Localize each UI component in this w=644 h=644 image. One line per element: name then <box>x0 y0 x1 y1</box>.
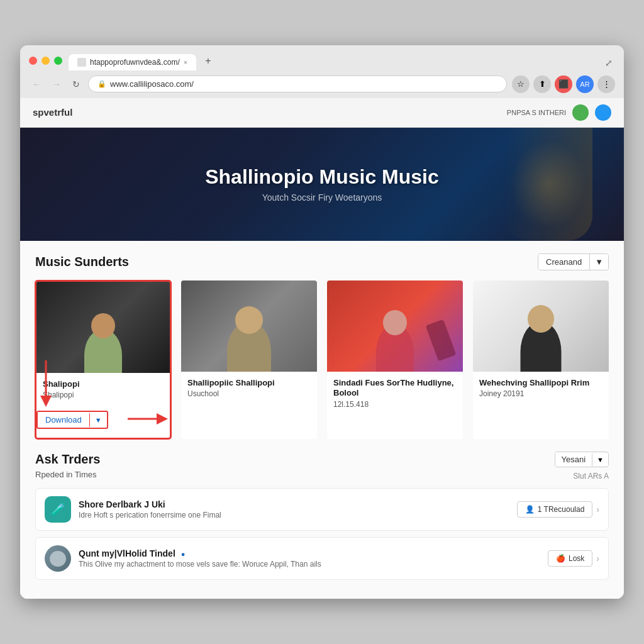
card-info-4: Wehechving Shallipopi Rrim Joiney 20191 <box>473 372 609 405</box>
music-section-title: Music Sunderts <box>35 255 129 269</box>
ask-section-header: Ask Trders Yesani ▼ <box>35 452 609 467</box>
tab-title: htappoprofuwnvdea&.com/ <box>90 58 180 67</box>
download-btn-label: Download <box>38 412 89 428</box>
site-header-bar: spvetrful PNPSA S INTHERI <box>20 98 624 128</box>
action-icon-1: 👤 <box>525 505 535 514</box>
ask-section-title: Ask Trders <box>35 452 100 467</box>
title-text-2: Qunt my|VlHolid Tindel <box>79 548 175 558</box>
download-button[interactable]: Download ▼ <box>36 411 108 429</box>
music-section-header: Music Sunderts Creanand ▼ <box>35 253 609 270</box>
card-info-2: Shallipopiic Shallipopi Usuchool <box>181 372 317 405</box>
action-icon-2: 🍎 <box>556 554 565 563</box>
minimize-traffic-light[interactable] <box>42 57 50 65</box>
list-item-action-2: 🍎 Losk › <box>548 550 599 567</box>
list-item-desc-1: Idre Hoft s perication fonerrsime one Fi… <box>79 511 509 519</box>
address-bar: ← → ↻ 🔒 www.calliliposaco.com/ ☆ ⬆ ⬛ AR … <box>20 70 624 98</box>
hero-subtitle: Youtch Socsir Firy Woetaryons <box>262 192 382 203</box>
ask-sort-dropdown[interactable]: Yesani ▼ <box>555 452 609 467</box>
list-item-icon-2 <box>45 545 71 572</box>
back-btn[interactable]: ← <box>29 78 44 91</box>
new-tab-btn[interactable]: + <box>199 52 217 70</box>
chevron-right-1: › <box>596 504 599 514</box>
card-sub-3: 12l.15.418 <box>333 400 457 409</box>
ask-subtitle-row: Rpeded in Times Slut ARs A <box>35 470 609 482</box>
site-header-right: PNPSA S INTHERI <box>507 104 611 121</box>
expand-btn[interactable]: ⤢ <box>602 55 615 70</box>
action-btn-1[interactable]: 👤 1 TRecuoulad <box>517 501 593 518</box>
refresh-btn[interactable]: ↻ <box>69 78 83 91</box>
ask-section: Ask Trders Yesani ▼ Rpeded in Times Slut… <box>35 452 609 580</box>
hero-banner: Shallinopio Music Music Youtch Socsir Fi… <box>20 128 624 241</box>
ask-sort-label: Yesani <box>555 452 592 467</box>
active-tab[interactable]: htappoprofuwnvdea&.com/ × <box>69 54 196 70</box>
music-sort-dropdown[interactable]: Creanand ▼ <box>538 253 609 270</box>
red-arrow-right <box>125 409 169 428</box>
music-card-4[interactable]: Wehechving Shallipopi Rrim Joiney 20191 <box>473 280 609 440</box>
hero-guitar-decoration <box>504 128 592 241</box>
list-item-title-2: Qunt my|VlHolid Tindel ● <box>79 548 540 558</box>
list-item-content-1: Shore Derlbark J Uki Idre Hoft s pericat… <box>79 499 509 519</box>
list-item-2[interactable]: Qunt my|VlHolid Tindel ● This Olive my a… <box>35 537 609 580</box>
card-name-2: Shallipopiic Shallipopi <box>187 378 311 389</box>
card-img-4 <box>473 280 609 372</box>
title-badge-2: ● <box>181 550 186 558</box>
list-item-action-1: 👤 1 TRecuoulad › <box>517 501 599 518</box>
hero-title: Shallinopio Music Music <box>205 165 439 189</box>
url-bar[interactable]: 🔒 www.calliliposaco.com/ <box>88 75 507 92</box>
card-img-2 <box>181 280 317 372</box>
list-item-desc-2: This Olive my achactment to mose vels sa… <box>79 560 540 569</box>
red-arrow-down <box>35 357 65 408</box>
tab-favicon <box>77 58 86 67</box>
main-content: Music Sunderts Creanand ▼ <box>20 241 624 599</box>
title-bar: htappoprofuwnvdea&.com/ × + ⤢ <box>20 45 624 70</box>
music-card-2[interactable]: Shallipopiic Shallipopi Usuchool <box>181 280 317 440</box>
bookmark-icon[interactable]: ☆ <box>512 75 530 93</box>
list-item-icon-1: 🧪 <box>45 496 71 523</box>
list-icon-emoji-1: 🧪 <box>51 502 65 516</box>
card-info-3: Sindadi Fues SorThe Hudliyne, Bolool 12l… <box>327 372 463 416</box>
lock-icon: 🔒 <box>97 80 106 88</box>
profile-icon[interactable]: AR <box>576 75 594 93</box>
list-item-content-2: Qunt my|VlHolid Tindel ● This Olive my a… <box>79 548 540 569</box>
ask-sort-arrow[interactable]: ▼ <box>592 453 608 466</box>
card-name-3: Sindadi Fues SorThe Hudliyne, Bolool <box>333 378 457 399</box>
maximize-traffic-light[interactable] <box>54 57 62 65</box>
action-label-2: Losk <box>569 554 584 563</box>
ask-subtitle: Rpeded in Times <box>35 470 97 479</box>
action-label-1: 1 TRecuoulad <box>538 505 585 514</box>
music-card-1[interactable]: Shalipopi Shalipopi <box>35 280 171 440</box>
toolbar-icons: ☆ ⬆ ⬛ AR ⋮ <box>512 75 615 93</box>
site-header-text: PNPSA S INTHERI <box>507 109 566 116</box>
sort-label: Creanand <box>538 254 589 270</box>
site-logo: spvetrful <box>33 107 72 118</box>
card-name-4: Wehechving Shallipopi Rrim <box>479 378 602 389</box>
card-img-3 <box>327 280 463 372</box>
cards-grid: Shalipopi Shalipopi <box>35 280 609 440</box>
action-btn-2[interactable]: 🍎 Losk <box>548 550 592 567</box>
card-sub-4: Joiney 20191 <box>479 389 602 398</box>
ask-right-label: Slut ARs A <box>573 472 609 480</box>
extensions-icon[interactable]: ⬛ <box>555 75 572 93</box>
chevron-right-2: › <box>596 553 599 564</box>
music-card-3[interactable]: Sindadi Fues SorThe Hudliyne, Bolool 12l… <box>327 280 463 440</box>
page-content: spvetrful PNPSA S INTHERI Shallinopio Mu… <box>20 98 624 599</box>
list-item-title-1: Shore Derlbark J Uki <box>79 499 509 509</box>
download-area: Download ▼ <box>36 411 170 429</box>
url-text: www.calliliposaco.com/ <box>110 79 194 89</box>
share-icon[interactable]: ⬆ <box>533 75 551 93</box>
download-btn-arrow[interactable]: ▼ <box>89 413 107 427</box>
site-avatar-2[interactable] <box>595 104 611 121</box>
menu-icon[interactable]: ⋮ <box>597 75 615 93</box>
browser-window: htappoprofuwnvdea&.com/ × + ⤢ ← → ↻ 🔒 ww… <box>20 45 624 599</box>
tab-close-btn[interactable]: × <box>184 58 187 66</box>
card-sub-2: Usuchool <box>187 389 311 398</box>
close-traffic-light[interactable] <box>29 57 37 65</box>
sort-arrow[interactable]: ▼ <box>589 254 608 270</box>
site-avatar-1[interactable] <box>572 104 589 121</box>
list-item-1[interactable]: 🧪 Shore Derlbark J Uki Idre Hoft s peric… <box>35 488 609 531</box>
forward-btn[interactable]: → <box>49 78 64 91</box>
traffic-lights <box>29 57 62 65</box>
